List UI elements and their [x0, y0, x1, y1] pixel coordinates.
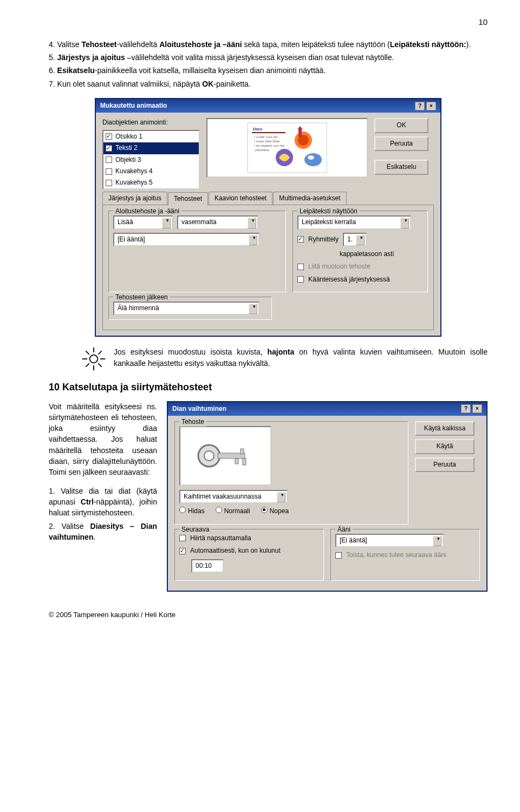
svg-point-12 [308, 155, 314, 160]
svg-rect-26 [235, 459, 238, 464]
preview-pane: Dien • Lisää! Uusi dia. • Insert New Sli… [206, 118, 368, 178]
dd-body[interactable]: Leipäteksti kerralla [297, 215, 411, 229]
group-effect: Tehoste Kaihtim [174, 421, 408, 525]
list-item[interactable]: Kuvakehys 6 [103, 189, 199, 189]
label-auto: Automaattisesti, kun on kulunut [190, 546, 281, 555]
legend-body: Leipäteksti näyttöön [297, 207, 360, 216]
list-item: 7. Kun olet saanut valinnat valmiiksi, n… [49, 78, 487, 89]
legend-next: Seuraava [179, 525, 211, 534]
list-item[interactable]: Kuvakehys 5 [103, 177, 199, 188]
legend-sound: Ääni [335, 525, 353, 534]
group-after-effect: Tehosteen jälkeen Älä himmennä [108, 297, 272, 320]
group-start-effect: Aloitustehoste ja -ääni Lisää vasemmalta… [108, 211, 286, 292]
radio-speed[interactable] [216, 507, 222, 513]
legend-effect: Tehoste [179, 417, 206, 427]
svg-rect-8 [298, 128, 302, 137]
check-loop [335, 552, 342, 559]
group-next: Seuraava Hiirtä napsauttamalla Automaatt… [174, 529, 324, 581]
check-grouping[interactable] [297, 236, 304, 243]
dd-level[interactable]: 1. [343, 233, 367, 246]
label-level-after: kappaletasoon asti [340, 250, 394, 259]
group-sound: Ääni [Ei ääntä] Toista, kunnes tulee seu… [330, 529, 480, 581]
legend-start: Aloitustehoste ja -ääni [113, 207, 181, 216]
time-input[interactable]: 00:10 [191, 559, 224, 573]
tab[interactable]: Järjestys ja ajoitus [102, 192, 167, 205]
check-icon[interactable] [106, 168, 112, 175]
check-icon[interactable] [106, 145, 112, 152]
page-number: 10 [49, 16, 487, 28]
check-icon[interactable] [106, 156, 112, 163]
check-shape [297, 264, 304, 270]
tab[interactable]: Multimedia-asetukset [273, 192, 346, 205]
dd-effect[interactable]: Lisää [113, 215, 173, 229]
radio-speed[interactable] [179, 507, 186, 513]
list-label: Diaobjektien animointi: [102, 118, 200, 127]
sun-icon [81, 346, 106, 371]
cancel-button[interactable]: Peruuta [374, 136, 428, 151]
svg-text:painiketta.: painiketta. [255, 148, 270, 152]
label-shape: Liitä muotoon tehoste [308, 262, 370, 271]
speed-option[interactable]: Hidas [179, 507, 205, 516]
tip-text: Jos esityksesi muodostuu isoista kuvista… [114, 346, 487, 369]
list-item[interactable]: Objekti 3 [103, 154, 199, 166]
close-icon[interactable]: × [472, 404, 482, 413]
dd-transition-sound[interactable]: [Ei ääntä] [335, 534, 444, 547]
legend-after: Tehosteen jälkeen [113, 293, 170, 302]
dialog2-title: Dian vaihtuminen [172, 404, 226, 414]
footer: © 2005 Tampereen kaupunki / Heli Korte [49, 610, 487, 620]
object-list[interactable]: Otsikko 1Teksti 2Objekti 3Kuvakehys 4Kuv… [102, 130, 200, 189]
apply-all-button[interactable]: Käytä kaikissa [415, 421, 474, 436]
dialog-title: Mukautettu animaatio [100, 101, 167, 110]
check-mouseclick[interactable] [179, 535, 186, 541]
dd-sound[interactable]: [Ei ääntä] [113, 233, 259, 246]
help-icon[interactable]: ? [461, 404, 471, 413]
dd-after[interactable]: Älä himmennä [113, 302, 259, 315]
list-item: 6. Esikatselu-painikkeella voit katsella… [49, 65, 487, 76]
tab-strip: Järjestys ja ajoitusTehosteetKaavion teh… [102, 192, 434, 205]
check-icon[interactable] [106, 180, 112, 186]
titlebar: Mukautettu animaatio ? × [96, 99, 440, 113]
svg-line-18 [86, 351, 89, 355]
svg-rect-25 [240, 449, 244, 454]
check-reverse[interactable] [297, 276, 304, 283]
svg-point-13 [90, 355, 98, 363]
svg-text:• tai näpäytä uusi dia: • tai näpäytä uusi dia [254, 144, 284, 147]
speed-option[interactable]: Normaali [216, 507, 250, 516]
dd-direction[interactable]: vasemmalta [177, 215, 258, 229]
speed-option[interactable]: Nopea [261, 507, 289, 516]
svg-point-11 [304, 153, 322, 166]
svg-point-23 [204, 451, 214, 461]
section-heading: 10 Katselutapa ja siirtymätehosteet [49, 380, 487, 394]
dialog-slide-transition: Dian vaihtuminen ? × Tehoste [167, 401, 487, 592]
ok-button[interactable]: OK [374, 118, 428, 133]
label-reverse: Käänteisessä järjestyksessä [308, 275, 390, 284]
dd-transition-effect[interactable]: Kaihtimet vaakasuunnassa [179, 490, 288, 503]
preview-button[interactable]: Esikatselu [374, 160, 428, 174]
close-icon[interactable]: × [426, 102, 436, 110]
check-icon[interactable] [106, 133, 112, 140]
svg-text:• Insert  New Slide: • Insert New Slide [254, 140, 280, 143]
svg-line-20 [98, 351, 101, 355]
group-bodytext: Leipäteksti näyttöön Leipäteksti kerrall… [292, 211, 428, 292]
label-loop: Toista, kunnes tulee seuraava ääni [346, 551, 446, 560]
list-item: 1. Valitse dia tai diat (käytä apunasi C… [49, 486, 157, 519]
apply-button[interactable]: Käytä [415, 439, 474, 454]
check-auto[interactable] [179, 548, 186, 554]
list-item[interactable]: Teksti 2 [103, 142, 199, 154]
svg-text:• Lisää! Uusi dia.: • Lisää! Uusi dia. [254, 135, 278, 139]
titlebar-2: Dian vaihtuminen ? × [168, 402, 486, 416]
cancel-button-2[interactable]: Peruuta [415, 457, 474, 472]
tab[interactable]: Tehosteet [168, 192, 208, 205]
tab[interactable]: Kaavion tehosteet [209, 192, 272, 205]
list-item: 5. Järjestys ja ajoitus –välilehdeltä vo… [49, 52, 487, 63]
instruction-list-1: 4. Valitse Tehosteet-välilehdeltä Aloitu… [49, 39, 487, 89]
list-item[interactable]: Kuvakehys 4 [103, 166, 199, 177]
list-item: 2. Valitse Diaesitys – Dian vaihtuminen. [49, 521, 157, 543]
svg-text:Dien: Dien [253, 127, 262, 132]
list-item[interactable]: Otsikko 1 [103, 131, 199, 142]
radio-speed[interactable] [261, 507, 268, 513]
paragraph-2: Voit määritellä esitykseesi ns. siirtymä… [49, 401, 157, 478]
help-icon[interactable]: ? [415, 102, 425, 110]
svg-line-19 [98, 364, 101, 367]
svg-rect-27 [243, 459, 246, 465]
